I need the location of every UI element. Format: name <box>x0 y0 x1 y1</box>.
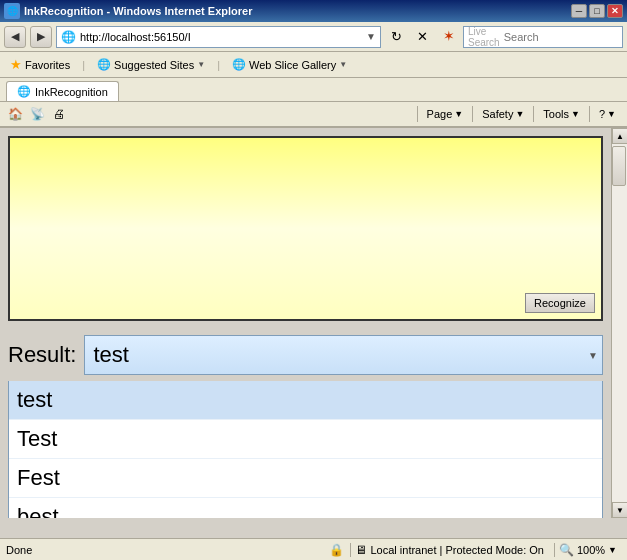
result-selected-value: test <box>93 342 128 368</box>
close-button[interactable]: ✕ <box>607 4 623 18</box>
toolbar-separator-3 <box>533 106 534 122</box>
help-button[interactable]: ? ▼ <box>594 106 621 122</box>
scroll-up-button[interactable]: ▲ <box>612 128 627 144</box>
refresh-button[interactable]: ↻ <box>385 26 407 48</box>
tools-menu[interactable]: Tools ▼ <box>538 106 585 122</box>
address-bar[interactable]: 🌐 ▼ <box>56 26 381 48</box>
favorites-star-icon: ★ <box>10 57 22 72</box>
title-bar-buttons: ─ □ ✕ <box>571 4 623 18</box>
dropdown-item-Fest[interactable]: Fest <box>9 459 602 498</box>
favorites-label: Favorites <box>25 59 70 71</box>
address-dropdown-icon[interactable]: ▼ <box>366 31 376 42</box>
back-button[interactable]: ◀ <box>4 26 26 48</box>
search-bar[interactable]: Live Search 🔍 <box>463 26 623 48</box>
status-bar: Done 🔒 🖥 Local intranet | Protected Mode… <box>0 538 627 560</box>
result-select-container: test ▼ <box>84 335 603 375</box>
title-bar: 🌐 InkRecognition - Windows Internet Expl… <box>0 0 627 22</box>
safety-dropdown-icon: ▼ <box>515 109 524 119</box>
dropdown-item-best[interactable]: best <box>9 498 602 518</box>
nav-bar: ◀ ▶ 🌐 ▼ ↻ ✕ ✶ Live Search 🔍 <box>0 22 627 52</box>
web-slice-dropdown-icon[interactable]: ▼ <box>339 60 347 69</box>
address-input[interactable] <box>80 31 362 43</box>
stop-button[interactable]: ✕ <box>411 26 433 48</box>
fav-bar-separator: | <box>82 59 85 71</box>
status-zone-icon: 🖥 <box>355 543 367 557</box>
title-bar-left: 🌐 InkRecognition - Windows Internet Expl… <box>4 3 252 19</box>
status-zone-label: Local intranet | Protected Mode: On <box>370 544 543 556</box>
tab-bar: 🌐 InkRecognition <box>0 78 627 102</box>
favorites-button[interactable]: ★ Favorites <box>6 56 74 73</box>
window-title: InkRecognition - Windows Internet Explor… <box>24 5 252 17</box>
status-right: 🔒 🖥 Local intranet | Protected Mode: On … <box>329 543 621 557</box>
dropdown-item-label: Fest <box>17 465 60 490</box>
toolbar-separator-4 <box>589 106 590 122</box>
recognize-button[interactable]: Recognize <box>525 293 595 313</box>
toolbar: 🏠 📡 🖨 Page ▼ Safety ▼ Tools ▼ ? ▼ <box>0 102 627 128</box>
status-zoom[interactable]: 🔍 100% ▼ <box>554 543 621 557</box>
web-slice-gallery-label: Web Slice Gallery <box>249 59 336 71</box>
toolbar-left-icons: 🏠 📡 🖨 <box>6 105 68 123</box>
main-area: Recognize Result: test ▼ test Test Fest <box>0 128 627 518</box>
scroll-thumb[interactable] <box>612 146 626 186</box>
print-icon[interactable]: 🖨 <box>50 105 68 123</box>
tools-dropdown-icon: ▼ <box>571 109 580 119</box>
result-label: Result: <box>8 342 76 368</box>
ink-canvas[interactable]: Recognize <box>8 136 603 321</box>
toolbar-separator-1 <box>417 106 418 122</box>
tools-label: Tools <box>543 108 569 120</box>
maximize-button[interactable]: □ <box>589 4 605 18</box>
status-text: Done <box>6 544 325 556</box>
suggested-sites-icon: 🌐 <box>97 58 111 71</box>
status-security-icon: 🔒 <box>329 543 344 557</box>
suggested-sites-item[interactable]: 🌐 Suggested Sites ▼ <box>93 57 209 72</box>
zoom-level: 100% <box>577 544 605 556</box>
dropdown-item-label: Test <box>17 426 57 451</box>
address-ie-icon: 🌐 <box>61 30 76 44</box>
safety-menu[interactable]: Safety ▼ <box>477 106 529 122</box>
live-search-icon: ✶ <box>437 26 459 48</box>
dropdown-item-label: test <box>17 387 52 412</box>
dropdown-item-Test[interactable]: Test <box>9 420 602 459</box>
zoom-icon: 🔍 <box>559 543 574 557</box>
suggested-sites-dropdown-icon[interactable]: ▼ <box>197 60 205 69</box>
search-input[interactable] <box>504 31 627 43</box>
home-icon[interactable]: 🏠 <box>6 105 24 123</box>
status-zone: 🖥 Local intranet | Protected Mode: On <box>350 543 547 557</box>
toolbar-separator-2 <box>472 106 473 122</box>
page-label: Page <box>427 108 453 120</box>
dropdown-list: test Test Fest best <box>8 381 603 518</box>
ie-icon: 🌐 <box>4 3 20 19</box>
dropdown-item-label: best <box>17 504 59 518</box>
help-dropdown-icon: ▼ <box>607 109 616 119</box>
feed-icon[interactable]: 📡 <box>28 105 46 123</box>
tab-ie-icon: 🌐 <box>17 85 31 98</box>
safety-label: Safety <box>482 108 513 120</box>
result-dropdown-arrow-icon: ▼ <box>588 350 598 361</box>
zoom-dropdown-icon[interactable]: ▼ <box>608 545 617 555</box>
right-scrollbar[interactable]: ▲ ▼ <box>611 128 627 518</box>
web-slice-gallery-item[interactable]: 🌐 Web Slice Gallery ▼ <box>228 57 351 72</box>
result-dropdown[interactable]: test ▼ <box>84 335 603 375</box>
help-icon: ? <box>599 108 605 120</box>
result-area: Result: test ▼ <box>0 329 611 381</box>
scroll-track[interactable] <box>612 144 627 502</box>
page-dropdown-icon: ▼ <box>454 109 463 119</box>
suggested-sites-label: Suggested Sites <box>114 59 194 71</box>
dropdown-item-test[interactable]: test <box>9 381 602 420</box>
favorites-bar: ★ Favorites | 🌐 Suggested Sites ▼ | 🌐 We… <box>0 52 627 78</box>
live-search-label: Live Search <box>468 26 500 48</box>
tab-inkrecognition[interactable]: 🌐 InkRecognition <box>6 81 119 101</box>
tab-label: InkRecognition <box>35 86 108 98</box>
scroll-down-button[interactable]: ▼ <box>612 502 627 518</box>
web-slice-icon: 🌐 <box>232 58 246 71</box>
fav-bar-separator2: | <box>217 59 220 71</box>
forward-button[interactable]: ▶ <box>30 26 52 48</box>
minimize-button[interactable]: ─ <box>571 4 587 18</box>
page-menu[interactable]: Page ▼ <box>422 106 469 122</box>
content-area: Recognize Result: test ▼ test Test Fest <box>0 128 611 518</box>
